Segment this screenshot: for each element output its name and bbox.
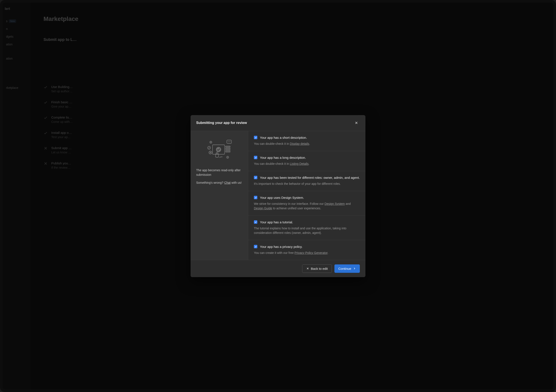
checkmark-icon	[255, 246, 257, 248]
svg-point-13	[230, 141, 230, 142]
design-system-link[interactable]: Design System	[324, 202, 345, 205]
modal-header: Submitting your app for review	[191, 115, 365, 131]
checklist-desc: It's important to check the behavior of …	[254, 181, 360, 186]
checkbox[interactable]	[254, 156, 257, 159]
svg-rect-3	[225, 148, 230, 149]
checklist-item-roles: Your app has been tested for different r…	[248, 171, 365, 191]
chevron-right-icon	[353, 267, 356, 270]
checklist: Your app has a short description. You ca…	[248, 131, 365, 260]
modal-title: Submitting your app for review	[196, 121, 247, 125]
checklist-label: Your app has been tested for different r…	[260, 176, 360, 180]
checkmark-icon	[255, 221, 257, 223]
submit-review-modal: Submitting your app for review	[191, 115, 365, 277]
checklist-desc: You can create it with our free Privacy …	[254, 251, 360, 255]
checklist-label: Your app has a tutorial.	[260, 220, 293, 224]
checkmark-icon	[255, 156, 257, 159]
checklist-label: Your app has a privacy policy.	[260, 245, 302, 249]
svg-rect-5	[225, 151, 230, 152]
privacy-generator-link[interactable]: Privacy Policy Generator	[294, 251, 328, 255]
checklist-item-long-desc: Your app has a long description. You can…	[248, 151, 365, 171]
checklist-desc: We strive for consistency in our interfa…	[254, 202, 360, 211]
checklist-label: Your app uses Design System.	[260, 196, 304, 199]
checkbox[interactable]	[254, 136, 257, 139]
info-text-chat: Something's wrong? Chat with us!	[196, 181, 242, 185]
checkmark-icon	[255, 136, 257, 139]
close-button[interactable]	[353, 119, 360, 126]
checklist-label: Your app has a short description.	[260, 136, 307, 139]
checklist-label: Your app has a long description.	[260, 156, 306, 159]
svg-point-1	[216, 147, 221, 152]
checkmark-icon	[255, 196, 257, 199]
checklist-desc: The tutorial explains how to install and…	[254, 226, 360, 235]
back-to-edit-button[interactable]: Back to edit	[302, 264, 332, 273]
modal-overlay: Submitting your app for review	[3, 3, 553, 389]
info-text-readonly: The app becomes read-only after submissi…	[196, 168, 242, 177]
svg-rect-4	[225, 150, 230, 151]
checklist-item-design-system: Your app uses Design System. We strive f…	[248, 191, 365, 216]
chat-link[interactable]: Chat	[224, 181, 231, 184]
svg-rect-2	[225, 146, 230, 147]
checkbox[interactable]	[254, 196, 257, 199]
checkbox[interactable]	[254, 220, 257, 224]
checklist-desc: You can double-check it in Listing Detai…	[254, 162, 360, 166]
checklist-desc: You can double-check it in Display detai…	[254, 142, 360, 146]
checklist-item-short-desc: Your app has a short description. You ca…	[248, 131, 365, 151]
svg-point-11	[228, 141, 228, 142]
checklist-item-tutorial: Your app has a tutorial. The tutorial ex…	[248, 216, 365, 240]
checkbox[interactable]	[254, 245, 257, 248]
listing-details-link[interactable]: Listing Details	[290, 162, 309, 166]
design-guide-link[interactable]: Design Guide	[254, 207, 272, 210]
illustration-icon	[204, 138, 234, 162]
close-icon	[355, 121, 358, 125]
svg-point-12	[229, 141, 229, 142]
modal-footer: Back to edit Continue	[191, 260, 365, 277]
checklist-item-privacy: Your app has a privacy policy. You can c…	[248, 240, 365, 260]
checkmark-icon	[255, 176, 257, 179]
checkbox[interactable]	[254, 176, 257, 179]
close-icon	[306, 267, 309, 270]
info-panel: The app becomes read-only after submissi…	[191, 131, 248, 260]
display-details-link[interactable]: Display details	[290, 142, 309, 145]
continue-button[interactable]: Continue	[334, 264, 360, 273]
